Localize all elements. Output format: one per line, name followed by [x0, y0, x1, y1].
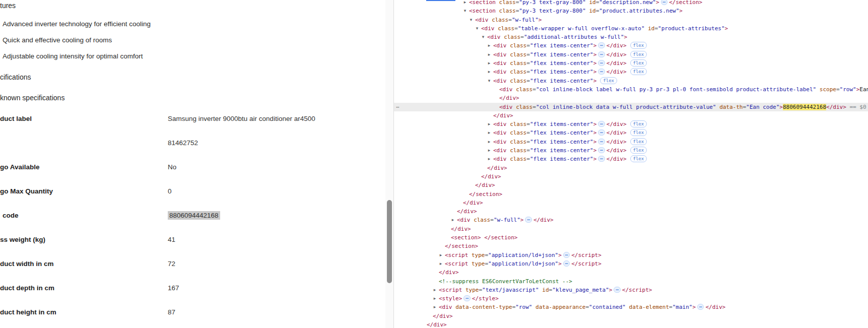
devtools-line[interactable]: </div> — [394, 111, 868, 120]
expand-arrow-icon[interactable]: ▸ — [486, 155, 492, 163]
ellipsis-expand-button[interactable]: ⋯ — [598, 139, 605, 145]
devtools-line[interactable]: ▸<div class="flex items-center">⋯</div>f… — [394, 128, 868, 137]
devtools-line[interactable]: </div> — [394, 268, 868, 277]
devtools-line[interactable]: ▸<style>⋯</style> — [394, 294, 868, 303]
devtools-line[interactable]: ▸<div data-content-type="row" data-appea… — [394, 303, 868, 311]
expand-arrow-icon[interactable]: ▸ — [486, 120, 492, 128]
overflow-gutter-icon[interactable]: ⋯ — [396, 103, 400, 111]
devtools-line-content: </div> — [394, 181, 495, 189]
devtools-line[interactable]: ▸<div class="flex items-center">⋯</div>f… — [394, 41, 868, 50]
devtools-line-content: <div class="table-wrapper w-full overflo… — [394, 24, 728, 33]
page-scrollbar[interactable] — [385, 0, 393, 328]
devtools-line[interactable]: </section> — [394, 190, 868, 199]
devtools-line[interactable]: <!--suppress ES6ConvertVarToLetConst --> — [394, 277, 868, 286]
devtools-line[interactable]: </div> — [394, 320, 868, 328]
expand-arrow-icon[interactable]: ▸ — [486, 41, 492, 50]
devtools-line[interactable]: </div> — [394, 181, 868, 189]
devtools-line-content: <div class="flex items-center">⋯</div>fl… — [394, 68, 647, 76]
spec-value-text: No — [168, 163, 176, 171]
spec-value: 167 — [168, 284, 179, 292]
devtools-line[interactable]: ▸<div class="flex items-center">⋯</div>f… — [394, 155, 868, 163]
expand-arrow-icon[interactable]: ▸ — [432, 294, 438, 303]
flex-badge[interactable]: flex — [630, 155, 647, 162]
devtools-line[interactable]: ▸<script type="application/ld+json">⋯</s… — [394, 251, 868, 259]
devtools-line[interactable]: </section> — [394, 242, 868, 250]
devtools-line[interactable]: ▸<div class="flex items-center">⋯</div>f… — [394, 146, 868, 155]
expand-arrow-icon[interactable]: ▸ — [486, 146, 492, 155]
flex-badge[interactable]: flex — [630, 138, 647, 145]
devtools-line[interactable]: ▸<div class="flex items-center">⋯</div>f… — [394, 138, 868, 146]
devtools-line-content: </div> — [394, 207, 477, 216]
ellipsis-expand-button[interactable]: ⋯ — [614, 287, 620, 293]
devtools-line[interactable]: </div> — [394, 172, 868, 181]
ellipsis-expand-button[interactable]: ⋯ — [598, 147, 605, 153]
collapse-arrow-icon[interactable]: ▾ — [480, 33, 486, 41]
expand-arrow-icon[interactable]: ▸ — [450, 216, 456, 224]
ellipsis-expand-button[interactable]: ⋯ — [661, 0, 667, 5]
devtools-line[interactable]: ▸<div class="w-full">⋯</div> — [394, 216, 868, 224]
devtools-line[interactable]: ▾<div class="w-full"> — [394, 16, 868, 24]
expand-arrow-icon[interactable]: ▸ — [486, 59, 492, 68]
ellipsis-expand-button[interactable]: ⋯ — [598, 129, 605, 136]
ellipsis-expand-button[interactable]: ⋯ — [598, 156, 605, 162]
expand-arrow-icon[interactable]: ▸ — [438, 251, 444, 259]
devtools-selected-line[interactable]: ⋯<div class="col inline-block data w-ful… — [394, 103, 868, 111]
flex-badge[interactable]: flex — [630, 120, 647, 127]
devtools-line[interactable]: ▸<div class="flex items-center">⋯</div>f… — [394, 59, 868, 68]
expand-arrow-icon[interactable]: ▸ — [432, 303, 438, 311]
devtools-line[interactable]: ▸<div class="flex items-center">⋯</div>f… — [394, 120, 868, 128]
flex-badge[interactable]: flex — [630, 147, 647, 154]
devtools-line[interactable]: ▸<div class="flex items-center">⋯</div>f… — [394, 50, 868, 59]
devtools-line[interactable]: ▸<div class="flex items-center">⋯</div>f… — [394, 68, 868, 76]
collapse-arrow-icon[interactable]: ▾ — [468, 16, 474, 24]
expand-arrow-icon[interactable]: ▸ — [486, 68, 492, 76]
spec-label: duct height in cm — [0, 308, 56, 316]
devtools-line[interactable]: ▾<div class="flex items-center">flex — [394, 77, 868, 85]
collapse-arrow-icon[interactable]: ▾ — [462, 7, 468, 15]
devtools-line-content: <div class="w-full">⋯</div> — [394, 216, 554, 224]
devtools-line[interactable]: ▾<div class="table-wrapper w-full overfl… — [394, 24, 868, 33]
ellipsis-expand-button[interactable]: ⋯ — [697, 304, 704, 310]
devtools-line[interactable]: </div> — [394, 164, 868, 172]
ellipsis-expand-button[interactable]: ⋯ — [598, 69, 605, 75]
devtools-line-content: </div> — [394, 94, 519, 102]
devtools-line[interactable]: ▾<div class="additional-attributes w-ful… — [394, 33, 868, 41]
expand-arrow-icon[interactable]: ▸ — [486, 138, 492, 146]
expand-arrow-icon[interactable]: ▸ — [432, 286, 438, 294]
devtools-line[interactable]: ▸<script type="text/javascript" id="klev… — [394, 286, 868, 294]
devtools-line[interactable]: <section> </section> — [394, 233, 868, 242]
flex-badge[interactable]: flex — [630, 51, 647, 58]
flex-badge[interactable]: flex — [630, 129, 647, 136]
ellipsis-expand-button[interactable]: ⋯ — [598, 51, 605, 57]
devtools-line[interactable]: </div> — [394, 312, 868, 320]
ellipsis-expand-button[interactable]: ⋯ — [563, 260, 570, 267]
expand-arrow-icon[interactable]: ▸ — [438, 259, 444, 268]
flex-badge[interactable]: flex — [630, 42, 647, 49]
ellipsis-expand-button[interactable]: ⋯ — [598, 60, 605, 66]
devtools-line[interactable]: </div> — [394, 94, 868, 102]
devtools-line[interactable]: ▾<section class="py-3 text-gray-800" id=… — [394, 7, 868, 15]
flex-badge[interactable]: flex — [630, 59, 647, 67]
expand-arrow-icon[interactable]: ▸ — [462, 0, 468, 7]
feature-item: Advanced inverter technology for efficie… — [3, 20, 151, 28]
ellipsis-expand-button[interactable]: ⋯ — [525, 217, 531, 223]
devtools-line[interactable]: <div class="col inline-block label w-ful… — [394, 85, 868, 94]
devtools-line[interactable]: </div> — [394, 225, 868, 233]
devtools-line-content: <div class="col inline-block data w-full… — [394, 103, 866, 111]
flex-badge[interactable]: flex — [630, 68, 647, 75]
scrollbar-thumb[interactable] — [387, 200, 392, 283]
expand-arrow-icon[interactable]: ▸ — [486, 50, 492, 59]
flex-badge[interactable]: flex — [600, 77, 617, 84]
devtools-line[interactable]: ▸<script type="application/ld+json">⋯</s… — [394, 259, 868, 268]
ellipsis-expand-button[interactable]: ⋯ — [563, 252, 570, 258]
devtools-elements-panel[interactable]: ▸<section class="py-3 text-gray-800" id=… — [393, 0, 868, 328]
collapse-arrow-icon[interactable]: ▾ — [474, 24, 480, 33]
devtools-line[interactable]: </div> — [394, 199, 868, 207]
expand-arrow-icon[interactable]: ▸ — [486, 128, 492, 137]
devtools-line[interactable]: </div> — [394, 207, 868, 216]
ellipsis-expand-button[interactable]: ⋯ — [463, 295, 470, 301]
ellipsis-expand-button[interactable]: ⋯ — [598, 121, 605, 127]
devtools-line[interactable]: ▸<section class="py-3 text-gray-800" id=… — [394, 0, 868, 7]
collapse-arrow-icon[interactable]: ▾ — [486, 77, 492, 85]
ellipsis-expand-button[interactable]: ⋯ — [598, 42, 605, 48]
